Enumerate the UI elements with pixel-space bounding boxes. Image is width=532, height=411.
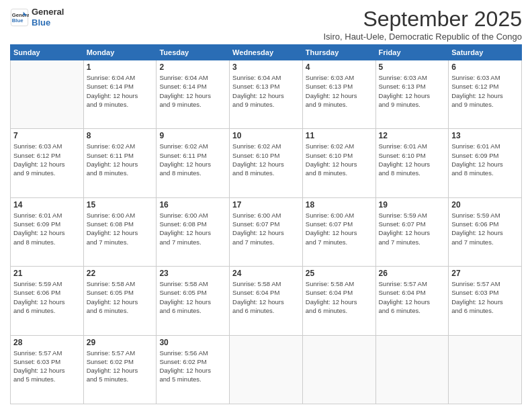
day-info: Sunrise: 5:58 AM Sunset: 6:04 PM Dayligh… xyxy=(306,279,373,315)
header: General Blue General Blue September 2025… xyxy=(10,7,522,42)
day-info: Sunrise: 5:58 AM Sunset: 6:04 PM Dayligh… xyxy=(232,279,300,315)
logo-icon: General Blue xyxy=(10,8,29,27)
calendar-cell: 2Sunrise: 6:04 AM Sunset: 6:14 PM Daylig… xyxy=(157,60,230,129)
day-number: 18 xyxy=(306,200,373,210)
day-info: Sunrise: 6:04 AM Sunset: 6:14 PM Dayligh… xyxy=(159,73,226,109)
day-info: Sunrise: 6:01 AM Sunset: 6:10 PM Dayligh… xyxy=(379,142,446,177)
page: General Blue General Blue September 2025… xyxy=(0,0,532,411)
calendar-cell xyxy=(375,335,449,404)
day-number: 11 xyxy=(306,131,373,140)
title-section: September 2025 Isiro, Haut-Uele, Democra… xyxy=(323,7,522,42)
col-header-monday: Monday xyxy=(83,45,157,60)
day-number: 13 xyxy=(451,131,519,140)
logo-text: General Blue xyxy=(32,7,64,28)
day-info: Sunrise: 6:03 AM Sunset: 6:13 PM Dayligh… xyxy=(379,73,446,109)
day-info: Sunrise: 6:03 AM Sunset: 6:13 PM Dayligh… xyxy=(306,73,373,109)
subtitle: Isiro, Haut-Uele, Democratic Republic of… xyxy=(323,32,522,42)
day-number: 23 xyxy=(159,269,226,278)
day-number: 17 xyxy=(232,200,300,210)
day-number: 27 xyxy=(451,269,519,278)
calendar-cell xyxy=(449,335,522,404)
day-info: Sunrise: 5:57 AM Sunset: 6:03 PM Dayligh… xyxy=(451,279,519,315)
calendar-cell: 18Sunrise: 6:00 AM Sunset: 6:07 PM Dayli… xyxy=(302,197,375,266)
calendar-cell: 14Sunrise: 6:01 AM Sunset: 6:09 PM Dayli… xyxy=(11,197,84,266)
day-number: 20 xyxy=(451,200,519,210)
day-number: 15 xyxy=(87,200,154,210)
calendar-cell: 5Sunrise: 6:03 AM Sunset: 6:13 PM Daylig… xyxy=(375,60,449,129)
day-info: Sunrise: 5:59 AM Sunset: 6:07 PM Dayligh… xyxy=(379,211,446,246)
calendar-cell: 24Sunrise: 5:58 AM Sunset: 6:04 PM Dayli… xyxy=(230,267,303,335)
calendar-cell: 10Sunrise: 6:02 AM Sunset: 6:10 PM Dayli… xyxy=(230,129,303,197)
calendar-cell: 11Sunrise: 6:02 AM Sunset: 6:10 PM Dayli… xyxy=(302,129,375,197)
calendar-cell: 15Sunrise: 6:00 AM Sunset: 6:08 PM Dayli… xyxy=(83,197,157,266)
calendar-cell: 23Sunrise: 5:58 AM Sunset: 6:05 PM Dayli… xyxy=(157,267,230,335)
day-info: Sunrise: 5:58 AM Sunset: 6:05 PM Dayligh… xyxy=(87,279,154,315)
day-number: 25 xyxy=(306,269,373,278)
svg-text:General: General xyxy=(12,11,29,17)
col-header-saturday: Saturday xyxy=(449,45,522,60)
col-header-tuesday: Tuesday xyxy=(157,45,230,60)
calendar-cell: 13Sunrise: 6:01 AM Sunset: 6:09 PM Dayli… xyxy=(449,129,522,197)
month-title: September 2025 xyxy=(323,7,522,32)
calendar-cell: 7Sunrise: 6:03 AM Sunset: 6:12 PM Daylig… xyxy=(11,129,84,197)
calendar-cell: 28Sunrise: 5:57 AM Sunset: 6:03 PM Dayli… xyxy=(11,335,84,404)
day-number: 29 xyxy=(87,338,154,347)
calendar-cell xyxy=(230,335,303,404)
calendar-cell: 6Sunrise: 6:03 AM Sunset: 6:12 PM Daylig… xyxy=(449,60,522,129)
day-info: Sunrise: 6:00 AM Sunset: 6:07 PM Dayligh… xyxy=(232,211,300,246)
calendar-week-5: 28Sunrise: 5:57 AM Sunset: 6:03 PM Dayli… xyxy=(11,335,522,404)
calendar-cell: 29Sunrise: 5:57 AM Sunset: 6:02 PM Dayli… xyxy=(83,335,157,404)
calendar-cell: 26Sunrise: 5:57 AM Sunset: 6:04 PM Dayli… xyxy=(375,267,449,335)
calendar-week-2: 7Sunrise: 6:03 AM Sunset: 6:12 PM Daylig… xyxy=(11,129,522,197)
calendar-cell: 4Sunrise: 6:03 AM Sunset: 6:13 PM Daylig… xyxy=(302,60,375,129)
day-info: Sunrise: 5:59 AM Sunset: 6:06 PM Dayligh… xyxy=(13,279,81,315)
day-info: Sunrise: 6:00 AM Sunset: 6:08 PM Dayligh… xyxy=(159,211,226,246)
calendar-cell: 1Sunrise: 6:04 AM Sunset: 6:14 PM Daylig… xyxy=(83,60,157,129)
day-number: 19 xyxy=(379,200,446,210)
day-number: 2 xyxy=(159,62,226,72)
calendar-week-3: 14Sunrise: 6:01 AM Sunset: 6:09 PM Dayli… xyxy=(11,197,522,266)
day-number: 26 xyxy=(379,269,446,278)
calendar-cell: 25Sunrise: 5:58 AM Sunset: 6:04 PM Dayli… xyxy=(302,267,375,335)
col-header-sunday: Sunday xyxy=(11,45,84,60)
calendar: SundayMondayTuesdayWednesdayThursdayFrid… xyxy=(10,44,522,404)
calendar-cell: 27Sunrise: 5:57 AM Sunset: 6:03 PM Dayli… xyxy=(449,267,522,335)
day-number: 3 xyxy=(232,62,300,72)
day-info: Sunrise: 6:03 AM Sunset: 6:12 PM Dayligh… xyxy=(13,142,81,177)
calendar-cell: 16Sunrise: 6:00 AM Sunset: 6:08 PM Dayli… xyxy=(157,197,230,266)
calendar-cell: 19Sunrise: 5:59 AM Sunset: 6:07 PM Dayli… xyxy=(375,197,449,266)
calendar-week-1: 1Sunrise: 6:04 AM Sunset: 6:14 PM Daylig… xyxy=(11,60,522,129)
logo: General Blue General Blue xyxy=(10,7,64,28)
day-number: 30 xyxy=(159,338,226,347)
col-header-wednesday: Wednesday xyxy=(230,45,303,60)
col-header-thursday: Thursday xyxy=(302,45,375,60)
calendar-cell: 30Sunrise: 5:56 AM Sunset: 6:02 PM Dayli… xyxy=(157,335,230,404)
calendar-cell: 12Sunrise: 6:01 AM Sunset: 6:10 PM Dayli… xyxy=(375,129,449,197)
day-info: Sunrise: 6:02 AM Sunset: 6:10 PM Dayligh… xyxy=(306,142,373,177)
day-info: Sunrise: 6:00 AM Sunset: 6:08 PM Dayligh… xyxy=(87,211,154,246)
day-number: 1 xyxy=(87,62,154,72)
day-info: Sunrise: 5:56 AM Sunset: 6:02 PM Dayligh… xyxy=(159,349,226,384)
day-info: Sunrise: 5:57 AM Sunset: 6:02 PM Dayligh… xyxy=(87,349,154,384)
day-info: Sunrise: 6:01 AM Sunset: 6:09 PM Dayligh… xyxy=(451,142,519,177)
day-info: Sunrise: 6:02 AM Sunset: 6:11 PM Dayligh… xyxy=(87,142,154,177)
day-info: Sunrise: 5:57 AM Sunset: 6:04 PM Dayligh… xyxy=(379,279,446,315)
day-info: Sunrise: 6:02 AM Sunset: 6:11 PM Dayligh… xyxy=(159,142,226,177)
calendar-cell: 17Sunrise: 6:00 AM Sunset: 6:07 PM Dayli… xyxy=(230,197,303,266)
day-number: 7 xyxy=(13,131,81,140)
calendar-week-4: 21Sunrise: 5:59 AM Sunset: 6:06 PM Dayli… xyxy=(11,267,522,335)
calendar-header-row: SundayMondayTuesdayWednesdayThursdayFrid… xyxy=(11,45,522,60)
col-header-friday: Friday xyxy=(375,45,449,60)
day-number: 16 xyxy=(159,200,226,210)
day-number: 24 xyxy=(232,269,300,278)
day-info: Sunrise: 6:00 AM Sunset: 6:07 PM Dayligh… xyxy=(306,211,373,246)
calendar-cell xyxy=(302,335,375,404)
day-number: 4 xyxy=(306,62,373,72)
day-number: 5 xyxy=(379,62,446,72)
calendar-cell: 22Sunrise: 5:58 AM Sunset: 6:05 PM Dayli… xyxy=(83,267,157,335)
day-number: 9 xyxy=(159,131,226,140)
day-info: Sunrise: 5:59 AM Sunset: 6:06 PM Dayligh… xyxy=(451,211,519,246)
day-info: Sunrise: 6:03 AM Sunset: 6:12 PM Dayligh… xyxy=(451,73,519,109)
calendar-cell: 8Sunrise: 6:02 AM Sunset: 6:11 PM Daylig… xyxy=(83,129,157,197)
day-number: 28 xyxy=(13,338,81,347)
